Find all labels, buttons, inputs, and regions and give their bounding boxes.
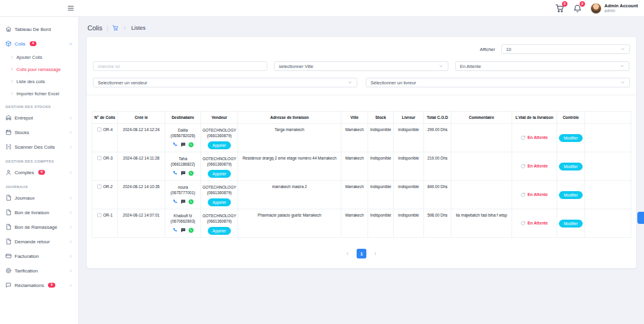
chevron-left-icon [69, 269, 73, 273]
chat-icon [5, 282, 12, 288]
vendor-select-value: Selectionner un vendeur [98, 80, 147, 86]
chevron-right-icon [123, 26, 127, 30]
colis-id-cell: OR-3 [92, 152, 118, 181]
contact-actions [166, 170, 199, 176]
notifications-button[interactable]: 2 [573, 4, 582, 13]
sidebar-item-colis[interactable]: Colis4 [0, 36, 78, 51]
sms-icon[interactable] [180, 228, 186, 233]
whatsapp-icon[interactable] [188, 199, 194, 204]
phone-icon[interactable] [173, 199, 178, 204]
row-checkbox[interactable] [97, 184, 101, 189]
sidebar-item-reclamations[interactable]: Réclamations0 [0, 278, 78, 292]
column-header-adresse-de-livraison: Adresse de livraison [238, 112, 341, 124]
address-cell: Residence drargq 2 eme etage numéro 44 M… [238, 152, 341, 181]
sidebar-item-comptes[interactable]: Comptes0 [0, 165, 78, 180]
table-body: OR-4 2024-08-12 14:12:24 Dalila (0656782… [92, 124, 631, 238]
colis-id: OR-2 [103, 184, 113, 189]
whatsapp-icon[interactable] [188, 170, 194, 176]
edit-button[interactable]: Modifier [559, 134, 583, 142]
phone-icon[interactable] [173, 142, 178, 147]
page-title: Colis [87, 24, 102, 32]
call-button[interactable]: Appeler [208, 170, 231, 178]
status-select[interactable]: En Attente [455, 61, 629, 71]
chevron-down-icon [620, 47, 625, 52]
vendor-name: GOTECHNOLOGY [202, 184, 236, 190]
chevron-right-icon [10, 92, 14, 95]
sidebar-subitem-colis-pour-ramassage[interactable]: Colis pour ramassage [0, 63, 78, 75]
sidebar-item-demande-retour[interactable]: Demande retour [0, 234, 78, 249]
edit-button[interactable]: Modifier [559, 220, 583, 228]
sidebar-item-bon-de-livraison[interactable]: Bon de livraison [0, 205, 78, 220]
refresh-icon [521, 135, 526, 140]
breadcrumb-divider: | [106, 25, 108, 32]
call-button[interactable]: Appeler [208, 198, 231, 206]
whatsapp-icon[interactable] [188, 228, 194, 233]
sidebar-item-scanner-des-colis[interactable]: Scanner Des Colis [0, 140, 78, 154]
column-header-stock: Stock [368, 112, 394, 124]
phone-icon[interactable] [173, 228, 178, 233]
row-checkbox[interactable] [97, 156, 101, 160]
city-select[interactable]: selectionner Ville [274, 61, 448, 71]
cart-button[interactable]: 5 [555, 4, 564, 13]
chevron-right-icon [10, 67, 14, 71]
vendor-phone: (0661360879) [202, 218, 236, 224]
phone-icon[interactable] [173, 170, 178, 176]
search-input[interactable] [93, 61, 267, 71]
colis-table: N° de ColisCréé leDestinataireVendeurAdr… [92, 111, 631, 238]
created-at-cell: 2024-08-12 14:11:28 [118, 152, 165, 181]
sidebar-subitem-importer-fichier-excel[interactable]: Importer fichier Excel [0, 87, 78, 100]
breadcrumb: Colis | Listes [79, 17, 644, 37]
sidebar-item-entrepot[interactable]: Entrepot [0, 110, 78, 125]
pagination-page-1[interactable]: 1 [357, 249, 366, 258]
breadcrumb-current[interactable]: Listes [131, 25, 146, 31]
sidebar-item-tableau-de-bord[interactable]: Tableau De Bord [0, 22, 78, 36]
sms-icon[interactable] [180, 170, 186, 176]
sms-icon[interactable] [180, 199, 186, 204]
courier-select[interactable]: Sélectionner un livreur [366, 78, 630, 87]
total-cod-cell: 849.00 Dhs [424, 181, 451, 209]
menu-toggle-icon[interactable] [67, 4, 75, 12]
whatsapp-icon[interactable] [188, 142, 194, 147]
sidebar-subitem-liste-des-colis[interactable]: Liste des colis [0, 75, 78, 87]
delivery-status-cell: En Attente [512, 152, 557, 181]
card-icon [5, 253, 12, 259]
courier-select-value: Sélectionner un livreur [371, 80, 416, 86]
sidebar-item-stocks[interactable]: Stocks [0, 125, 78, 140]
sidebar-item-tarification[interactable]: Tarification [0, 263, 78, 278]
vendor-phone: (0661360879) [202, 161, 236, 167]
stock-cell: Indisponible [368, 209, 394, 238]
top-bar: 5 2 Admin Account admin [0, 0, 644, 17]
pagination-next[interactable] [371, 249, 380, 258]
edit-button[interactable]: Modifier [559, 163, 583, 170]
sidebar-subitem-ajouter-colis[interactable]: Ajouter Colis [0, 51, 78, 63]
created-at-cell: 2024-08-12 14:07:01 [118, 209, 165, 238]
notifications-badge: 2 [580, 1, 585, 7]
sidebar-item-label: Colis [15, 41, 26, 47]
colis-id: OR-4 [103, 127, 113, 132]
edit-button[interactable]: Modifier [559, 191, 583, 199]
row-checkbox[interactable] [97, 213, 101, 217]
created-at-cell: 2024-08-12 14:10:35 [118, 181, 165, 209]
side-panel-toggle[interactable] [637, 212, 644, 224]
sidebar-item-journaux[interactable]: Journaux [0, 191, 78, 205]
column-header-l-etat-de-la-livraison: L'état de la livraison [512, 112, 557, 124]
recipient-cell: Khaloufi fz (0670662893) [165, 209, 201, 238]
comment-cell [451, 124, 512, 152]
user-menu[interactable]: Admin Account admin [591, 3, 638, 14]
pagination-prev[interactable] [343, 249, 352, 258]
count-badge: 0 [48, 283, 55, 288]
sidebar-item-facturation[interactable]: Facturation [0, 249, 78, 263]
chevron-right-icon [10, 79, 14, 83]
row-checkbox[interactable] [97, 127, 101, 132]
box-icon [5, 41, 12, 47]
vendor-select[interactable]: Selectionner un vendeur [93, 78, 357, 87]
sidebar-item-bon-de-ramassage[interactable]: Bon de Ramassage [0, 220, 78, 234]
vendor-name: GOTECHNOLOGY [202, 156, 236, 161]
sidebar-section-title: GESTION DES STOCKS [0, 100, 78, 110]
call-button[interactable]: Appeler [208, 227, 231, 235]
sidebar-item-label: Tableau De Bord [15, 27, 51, 32]
chevron-down-icon [620, 64, 625, 69]
sms-icon[interactable] [180, 142, 186, 147]
call-button[interactable]: Appeler [208, 141, 231, 149]
page-size-select[interactable]: 10 [501, 44, 630, 54]
